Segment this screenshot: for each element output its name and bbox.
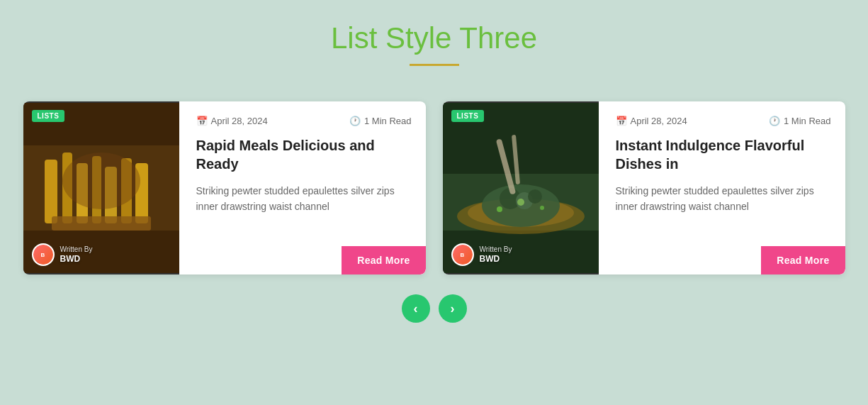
clock-icon: 🕐: [349, 116, 361, 126]
card-1: LISTS B Written By BWD 📅 April 28, 2024 …: [23, 101, 426, 274]
nav-buttons: ‹ ›: [402, 294, 467, 323]
card-2-title: Instant Indulgence Flavorful Dishes in: [616, 136, 831, 173]
card-1-content: 📅 April 28, 2024 🕐 1 Min Read Rapid Meal…: [179, 101, 426, 274]
card-1-date-text: April 28, 2024: [211, 116, 268, 126]
page-title: List Style Three: [331, 21, 537, 55]
card-2-avatar: B: [451, 243, 474, 266]
card-1-read-time: 🕐 1 Min Read: [349, 116, 411, 126]
card-1-written-by: Written By: [60, 245, 93, 254]
card-1-author-name: BWD: [60, 254, 93, 265]
calendar-icon: 📅: [196, 116, 208, 126]
card-1-author: B Written By BWD: [32, 243, 93, 266]
svg-point-21: [497, 206, 502, 212]
card-1-image: LISTS B Written By BWD: [23, 101, 179, 274]
svg-point-18: [528, 189, 542, 204]
svg-point-22: [540, 206, 544, 210]
card-1-read-time-text: 1 Min Read: [364, 116, 411, 126]
card-2-date: 📅 April 28, 2024: [616, 116, 687, 126]
card-2-date-text: April 28, 2024: [631, 116, 687, 126]
card-1-date: 📅 April 28, 2024: [196, 116, 268, 126]
card-1-avatar: B: [32, 243, 55, 266]
card-2-read-more-button[interactable]: Read More: [761, 246, 845, 274]
card-1-title: Rapid Meals Delicious and Ready: [196, 136, 412, 173]
title-underline: [410, 64, 459, 66]
card-2-read-time: 🕐 1 Min Read: [769, 116, 830, 126]
card-1-badge: LISTS: [32, 110, 65, 122]
svg-point-23: [517, 199, 524, 206]
card-1-read-more-button[interactable]: Read More: [342, 246, 425, 274]
card-2-author-text: Written By BWD: [480, 245, 512, 265]
card-1-avatar-inner: B: [33, 245, 53, 265]
card-2-read-time-text: 1 Min Read: [784, 116, 830, 126]
card-2: LISTS B Written By BWD 📅 April 28, 2024 …: [443, 101, 845, 274]
card-2-content: 📅 April 28, 2024 🕐 1 Min Read Instant In…: [599, 101, 845, 274]
clock-icon-2: 🕐: [769, 116, 780, 126]
card-2-image: LISTS B Written By BWD: [443, 101, 599, 274]
card-2-badge: LISTS: [451, 110, 485, 122]
card-2-author-name: BWD: [480, 254, 512, 265]
card-2-author: B Written By BWD: [451, 243, 512, 266]
prev-button[interactable]: ‹: [402, 294, 430, 323]
next-button[interactable]: ›: [439, 294, 467, 323]
card-1-author-text: Written By BWD: [60, 245, 93, 265]
card-2-written-by: Written By: [480, 245, 512, 254]
svg-rect-2: [45, 160, 57, 223]
card-1-meta: 📅 April 28, 2024 🕐 1 Min Read: [196, 116, 412, 126]
cards-container: LISTS B Written By BWD 📅 April 28, 2024 …: [23, 101, 845, 274]
card-2-meta: 📅 April 28, 2024 🕐 1 Min Read: [616, 116, 831, 126]
svg-rect-9: [52, 216, 151, 231]
calendar-icon-2: 📅: [616, 116, 627, 126]
svg-point-10: [62, 152, 140, 209]
card-2-avatar-inner: B: [453, 245, 473, 265]
